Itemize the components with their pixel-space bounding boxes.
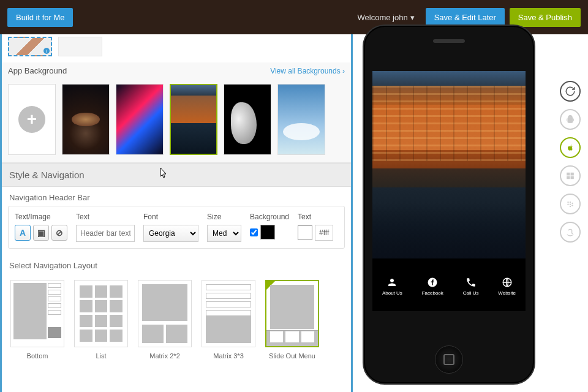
- svg-point-7: [570, 202, 571, 203]
- facebook-icon: [427, 277, 438, 288]
- build-it-button[interactable]: Build it for Me: [7, 8, 73, 27]
- text-color-label: Text: [298, 213, 333, 221]
- size-label: Size: [207, 213, 241, 221]
- amazon-button[interactable]: [560, 222, 581, 243]
- save-edit-later-button[interactable]: Save & Edit Later: [426, 8, 505, 27]
- windows-button[interactable]: [560, 165, 581, 186]
- welcome-text: Welcome john: [358, 13, 408, 22]
- svg-rect-2: [567, 173, 570, 176]
- text-color-swatch[interactable]: [298, 225, 312, 240]
- text-mode-button[interactable]: A: [15, 225, 31, 241]
- phone-home-button: [435, 345, 463, 374]
- textimage-label: Text/Image: [15, 213, 67, 221]
- layout-list[interactable]: List: [74, 280, 128, 360]
- background-label: Background: [250, 213, 289, 221]
- phone-screen: About Us Facebook Call Us Website: [372, 71, 526, 311]
- svg-rect-3: [571, 173, 574, 176]
- background-checkbox[interactable]: [250, 228, 258, 236]
- apple-icon: [565, 143, 575, 153]
- app-background-label: App Background: [8, 66, 67, 75]
- refresh-icon: [565, 86, 576, 97]
- navigation-layouts: Bottom List Matrix 2*2 Matrix 3*3 Slide …: [2, 274, 351, 366]
- welcome-dropdown[interactable]: Welcome john▾: [358, 13, 415, 22]
- caret-down-icon: ▾: [410, 13, 415, 22]
- layout-matrix-3x3[interactable]: Matrix 3*3: [202, 280, 255, 360]
- windows-icon: [566, 172, 575, 180]
- image-icon: ▣: [37, 228, 45, 238]
- layout-slide-out-label: Slide Out Menu: [269, 352, 315, 360]
- ios-button[interactable]: [560, 137, 581, 158]
- style-navigation-header: Style & Navigation: [2, 163, 351, 187]
- tab-call-us[interactable]: Call Us: [463, 277, 479, 296]
- empty-image-slot[interactable]: [58, 37, 102, 56]
- android-button[interactable]: [560, 109, 581, 130]
- svg-rect-5: [571, 176, 574, 179]
- add-background-button[interactable]: +: [8, 84, 56, 155]
- layout-bottom[interactable]: Bottom: [10, 280, 64, 360]
- background-thumb-3[interactable]: [170, 84, 217, 155]
- phone-frame: About Us Facebook Call Us Website: [363, 24, 535, 385]
- refresh-button[interactable]: [560, 81, 581, 102]
- tab-website-label: Website: [498, 290, 516, 296]
- tab-about-label: About Us: [382, 290, 402, 296]
- header-text-input[interactable]: [76, 225, 135, 242]
- svg-point-10: [571, 203, 573, 204]
- background-color-swatch[interactable]: [260, 225, 275, 239]
- android-icon: [565, 115, 575, 124]
- nav-header-bar-label: Navigation Header Bar: [2, 187, 351, 206]
- background-thumbnails: +: [2, 80, 351, 163]
- info-icon: i: [43, 48, 50, 54]
- tab-facebook-label: Facebook: [422, 290, 443, 296]
- svg-point-11: [571, 205, 573, 206]
- size-select[interactable]: Med: [207, 225, 241, 242]
- select-nav-layout-label: Select Navigation Layout: [2, 255, 351, 274]
- background-thumb-2[interactable]: [116, 84, 164, 155]
- background-thumb-4[interactable]: [224, 84, 271, 155]
- svg-rect-4: [567, 176, 570, 179]
- layout-slide-out[interactable]: Slide Out Menu: [265, 280, 319, 360]
- tab-facebook[interactable]: Facebook: [422, 277, 443, 296]
- layout-list-label: List: [96, 352, 106, 360]
- blackberry-icon: [566, 200, 575, 208]
- text-label: Text: [76, 213, 135, 221]
- plus-icon: +: [18, 106, 45, 133]
- background-thumb-1[interactable]: [62, 84, 110, 155]
- device-switcher: [560, 81, 581, 243]
- font-select[interactable]: Georgia: [143, 225, 198, 242]
- tab-website[interactable]: Website: [498, 277, 516, 296]
- layout-matrix-3x3-label: Matrix 3*3: [213, 352, 244, 360]
- none-mode-button[interactable]: ⊘: [51, 225, 67, 241]
- layout-matrix-2x2[interactable]: Matrix 2*2: [138, 280, 192, 360]
- none-icon: ⊘: [56, 228, 63, 238]
- svg-point-12: [570, 206, 571, 207]
- view-all-backgrounds-link[interactable]: View all Backgrounds ›: [270, 67, 345, 75]
- layout-bottom-label: Bottom: [27, 352, 48, 360]
- svg-point-8: [567, 203, 568, 205]
- svg-point-6: [567, 202, 568, 203]
- svg-point-9: [570, 203, 571, 205]
- preview-tabbar: About Us Facebook Call Us Website: [372, 258, 526, 311]
- globe-icon: [502, 277, 513, 288]
- layout-matrix-2x2-label: Matrix 2*2: [149, 352, 180, 360]
- save-publish-button[interactable]: Save & Publish: [510, 8, 581, 27]
- text-color-value: #fff: [315, 225, 333, 241]
- blackberry-button[interactable]: [560, 194, 581, 214]
- person-icon: [386, 277, 398, 288]
- selected-image-slot[interactable]: i: [8, 37, 52, 56]
- amazon-icon: [565, 227, 575, 237]
- phone-icon: [466, 277, 477, 288]
- font-label: Font: [143, 213, 198, 221]
- app-background-preview: [372, 71, 526, 258]
- header-bar-config: Text/Image A ▣ ⊘ Text Font Georgia Size …: [8, 206, 345, 249]
- image-mode-button[interactable]: ▣: [33, 225, 49, 241]
- tab-call-label: Call Us: [463, 290, 479, 296]
- preview-panel: About Us Facebook Call Us Website: [353, 34, 588, 392]
- tab-about-us[interactable]: About Us: [382, 277, 402, 296]
- editor-panel: i App Background View all Backgrounds › …: [0, 34, 353, 392]
- background-thumb-5[interactable]: [277, 84, 325, 155]
